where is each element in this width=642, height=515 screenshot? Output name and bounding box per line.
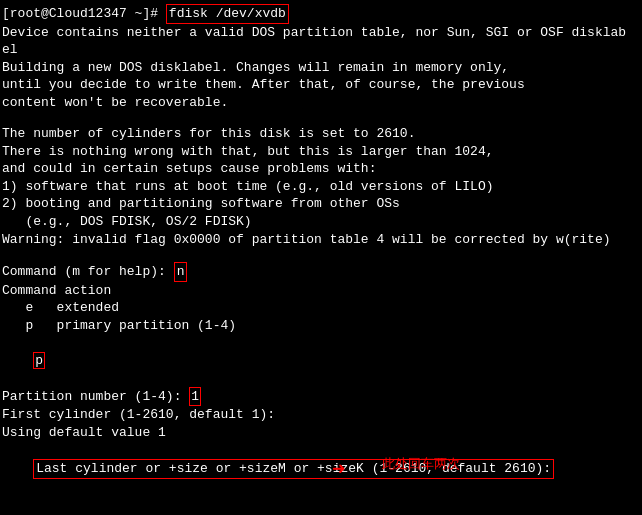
- output-line11: (e.g., DOS FDISK, OS/2 FDISK): [2, 213, 640, 231]
- output-line12: Warning: invalid flag 0x0000 of partitio…: [2, 231, 640, 249]
- space: [158, 5, 166, 23]
- arrow-icon: ➜: [332, 456, 345, 486]
- prompt-line: [root@Cloud12347 ~]# fdisk /dev/xvdb: [2, 4, 640, 24]
- output-line4: until you decide to write them. After th…: [2, 76, 640, 94]
- prompt-text: [root@Cloud12347 ~]#: [2, 5, 158, 23]
- output-line7: There is nothing wrong with that, but th…: [2, 143, 640, 161]
- cmd-action-line: Command action: [2, 282, 640, 300]
- output-line5: content won't be recoverable.: [2, 94, 640, 112]
- output-line9: 1) software that runs at boot time (e.g.…: [2, 178, 640, 196]
- first-cylinder-line: First cylinder (1-2610, default 1):: [2, 406, 640, 424]
- blank1: [2, 111, 640, 125]
- output-line3: Building a new DOS disklabel. Changes wi…: [2, 59, 640, 77]
- partition-num-input[interactable]: 1: [189, 387, 201, 407]
- output-line2: el: [2, 41, 640, 59]
- p-input-line: p: [2, 334, 640, 387]
- partition-num-line: Partition number (1-4): 1: [2, 387, 640, 407]
- annotation-text: 此处回车两次: [382, 456, 460, 474]
- p-input[interactable]: p: [33, 352, 45, 369]
- output-line8: and could in certain setups cause proble…: [2, 160, 640, 178]
- output-line1: Device contains neither a valid DOS part…: [2, 24, 640, 42]
- cmd1-input[interactable]: n: [174, 262, 188, 282]
- extended-line: e extended: [2, 299, 640, 317]
- terminal: [root@Cloud12347 ~]# fdisk /dev/xvdb Dev…: [0, 0, 642, 515]
- blank2: [2, 248, 640, 262]
- output-line6: The number of cylinders for this disk is…: [2, 125, 640, 143]
- output-line10: 2) booting and partitioning software fro…: [2, 195, 640, 213]
- command1-line: Command (m for help): n: [2, 262, 640, 282]
- primary-line: p primary partition (1-4): [2, 317, 640, 335]
- fdisk-command: fdisk /dev/xvdb: [166, 4, 289, 24]
- partition-prefix: Partition number (1-4):: [2, 388, 189, 406]
- using-default-1-line: Using default value 1: [2, 424, 640, 442]
- last-cylinder-input[interactable]: Last cylinder or +size or +sizeM or +siz…: [33, 459, 554, 479]
- cmd1-prefix: Command (m for help):: [2, 263, 174, 281]
- last-cylinder-line: Last cylinder or +size or +sizeM or +siz…: [2, 442, 640, 515]
